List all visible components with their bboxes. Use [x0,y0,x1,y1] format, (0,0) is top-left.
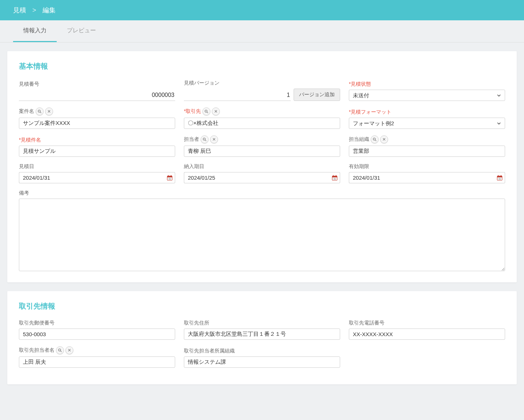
clear-icon[interactable]: ✕ [45,107,53,115]
calendar-icon[interactable] [165,172,175,183]
search-icon[interactable] [201,135,209,143]
client-label: *取引先 ✕ [184,107,340,115]
svg-point-5 [38,110,40,112]
tab-preview[interactable]: プレビュー [57,20,106,42]
calendar-icon[interactable] [495,172,505,183]
svg-point-9 [203,138,205,140]
svg-line-6 [40,112,41,113]
org-input[interactable] [349,146,505,157]
phone-label: 取引先電話番号 [349,320,505,326]
status-label: *見積状態 [349,81,505,87]
estimate-no-input[interactable] [19,90,175,101]
version-add-button[interactable]: バージョン追加 [294,89,340,101]
expiry-input[interactable] [349,172,495,183]
breadcrumb-sep: > [32,7,36,14]
estimate-no-label: 見積番号 [19,81,175,87]
status-select[interactable]: 未送付 [349,90,505,101]
estimate-name-label: *見積件名 [19,137,175,143]
svg-point-13 [59,349,61,351]
format-label: *見積フォーマット [349,109,505,115]
breadcrumb-root[interactable]: 見積 [13,7,26,14]
project-label: 案件名 ✕ [19,107,175,115]
org-label: 担当組織 ✕ [349,135,505,143]
search-icon[interactable] [371,135,379,143]
tabs: 情報入力 プレビュー [0,20,524,42]
svg-line-12 [375,140,376,141]
clear-icon[interactable]: ✕ [380,135,388,143]
estimate-date-input[interactable] [19,172,165,183]
remarks-textarea[interactable] [19,199,505,271]
address-input[interactable] [184,329,340,340]
search-icon[interactable] [202,107,210,115]
contact-org-label: 取引先担当者所属組織 [184,348,340,354]
remarks-label: 備考 [19,190,505,196]
breadcrumb: 見積 > 編集 [0,0,524,20]
delivery-date-label: 納入期日 [184,163,340,170]
phone-input[interactable] [349,329,505,340]
contact-label: 取引先担当者名 ✕ [19,346,175,354]
project-input[interactable] [19,118,175,129]
clear-icon[interactable]: ✕ [210,135,218,143]
estimate-date-label: 見積日 [19,163,175,170]
search-icon[interactable] [56,346,64,354]
clear-icon[interactable]: ✕ [212,107,220,115]
svg-point-11 [373,138,375,140]
zip-input[interactable] [19,329,175,340]
breadcrumb-current: 編集 [43,7,56,14]
person-label: 担当者 ✕ [184,135,340,143]
client-info-title: 取引先情報 [19,301,505,311]
format-select[interactable]: フォーマット例2 [349,118,505,129]
search-icon[interactable] [36,107,44,115]
person-input[interactable] [184,146,340,157]
client-input[interactable] [184,118,340,129]
delivery-date-input[interactable] [184,172,330,183]
svg-line-14 [61,351,62,352]
basic-info-card: 基本情報 見積番号 見積バージョン バージョン追加 *見積状態 未送付 案件名 [7,51,517,282]
version-input[interactable] [184,90,291,101]
tab-info[interactable]: 情報入力 [13,20,57,42]
client-info-card: 取引先情報 取引先郵便番号 取引先住所 取引先電話番号 取引先担当者名 ✕ [7,291,517,384]
contact-input[interactable] [19,356,175,368]
svg-point-7 [205,110,207,112]
version-label: 見積バージョン [184,80,340,86]
clear-icon[interactable]: ✕ [65,346,73,354]
svg-line-8 [207,112,208,113]
address-label: 取引先住所 [184,320,340,326]
svg-line-10 [205,140,206,141]
calendar-icon[interactable] [330,172,340,183]
zip-label: 取引先郵便番号 [19,320,175,326]
contact-org-input[interactable] [184,356,340,368]
basic-info-title: 基本情報 [19,61,505,71]
expiry-label: 有効期限 [349,163,505,170]
estimate-name-input[interactable] [19,146,175,157]
